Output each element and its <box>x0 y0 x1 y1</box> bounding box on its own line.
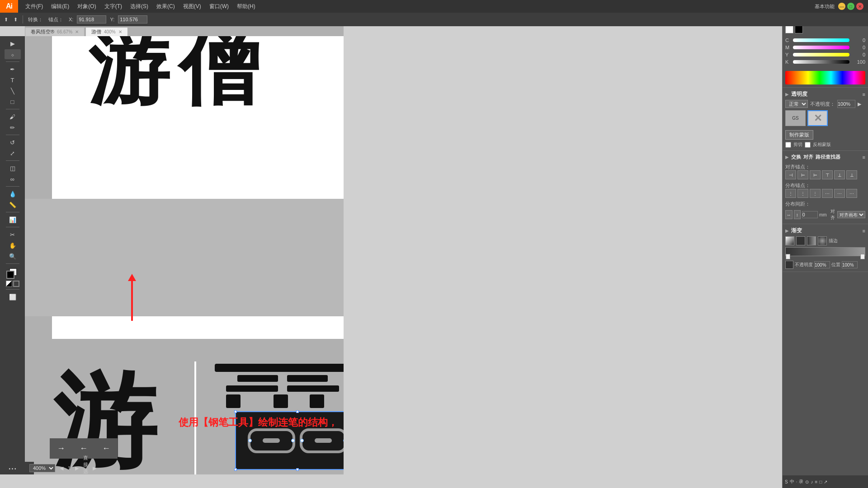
blend-mode-select[interactable]: 正常 <box>785 100 808 108</box>
blend-tool-btn[interactable]: ∞ <box>5 174 21 184</box>
minimize-button[interactable]: — <box>838 3 845 10</box>
k-slider[interactable] <box>793 60 849 64</box>
dist-space-v-btn[interactable]: ↕ <box>794 210 801 219</box>
slice-tool-btn[interactable]: ✂ <box>5 230 21 239</box>
gradient-type-linear[interactable] <box>807 236 816 245</box>
clip-checkbox[interactable] <box>785 142 791 148</box>
menu-file[interactable]: 文件(F) <box>22 2 47 11</box>
c-slider[interactable] <box>793 38 849 42</box>
gradient-location-input[interactable] <box>842 261 858 268</box>
left-arrow-btn-2[interactable]: ← <box>95 438 118 459</box>
y-input[interactable] <box>118 15 147 23</box>
opacity-expand[interactable]: ▶ <box>858 101 861 107</box>
selection-handle-tl[interactable] <box>234 410 237 413</box>
zoom-tool-btn[interactable]: 🔍 <box>5 251 21 261</box>
menu-window[interactable]: 窗口(W) <box>206 2 232 11</box>
rect-tool-btn[interactable]: □ <box>5 97 21 107</box>
status-arrow[interactable]: ▶ <box>93 465 96 471</box>
trans-collapse[interactable]: ▶ <box>785 92 789 97</box>
gradient-bar[interactable] <box>785 247 865 256</box>
tab-close-2[interactable]: ✕ <box>118 29 122 34</box>
page-next-btn[interactable]: ▶ <box>75 465 79 471</box>
tab-close-1[interactable]: ✕ <box>75 29 79 34</box>
trans-options[interactable]: ≡ <box>863 92 865 97</box>
gradient-collapse[interactable]: ▶ <box>785 228 789 233</box>
anchor-right[interactable] <box>291 439 295 442</box>
hand-tool-btn[interactable]: ✋ <box>5 240 21 250</box>
no-fill-btn[interactable] <box>13 281 19 287</box>
line-tool-btn[interactable]: ╲ <box>5 86 21 96</box>
opacity-input[interactable] <box>837 100 855 108</box>
make-mask-btn[interactable]: 制作蒙版 <box>785 130 813 140</box>
dist-space-h-btn[interactable]: ↔ <box>785 210 793 219</box>
tab-fengwukong[interactable]: 卷风悟空® 66.67% ✕ <box>25 27 85 36</box>
gradient-type-radial[interactable] <box>818 236 827 245</box>
tab-youseng[interactable]: 游僧 400% ✕ <box>85 27 128 36</box>
selection-handle-tm[interactable] <box>296 410 299 413</box>
gradient-swatch-1[interactable] <box>785 236 794 245</box>
m-slider[interactable] <box>793 46 849 49</box>
gradient-options[interactable]: ≡ <box>863 228 865 234</box>
selection-tool-btn[interactable]: ▶ <box>5 38 21 48</box>
gradient-stop-right[interactable] <box>860 254 865 259</box>
align-left-btn[interactable]: ⊣ <box>785 170 796 179</box>
zoom-select[interactable]: 400% <box>29 464 55 472</box>
scale-tool-btn[interactable]: ⤢ <box>5 148 21 158</box>
maximize-button[interactable]: □ <box>847 3 854 10</box>
white-swatch[interactable] <box>785 25 793 33</box>
gradient-opacity-input[interactable] <box>814 261 830 268</box>
more-tools-btn[interactable]: • • • <box>9 464 16 472</box>
align-collapse[interactable]: ▶ <box>785 155 789 160</box>
menu-help[interactable]: 帮助(H) <box>233 2 259 11</box>
eyedropper-tool-btn[interactable]: 💧 <box>5 189 21 199</box>
gradient-stop-left[interactable] <box>786 254 790 259</box>
anchor-left[interactable] <box>248 439 252 442</box>
measure-tool-btn[interactable]: 📏 <box>5 200 21 210</box>
pencil-tool-btn[interactable]: ✏ <box>5 122 21 132</box>
y-slider[interactable] <box>793 53 849 56</box>
dist-bottom-btn[interactable]: ⋯ <box>846 189 857 198</box>
menu-effect[interactable]: 效果(C) <box>153 2 179 11</box>
right-arrow-btn[interactable]: → <box>50 438 72 459</box>
rotate-tool-btn[interactable]: ↺ <box>5 137 21 147</box>
menu-view[interactable]: 视图(V) <box>179 2 205 11</box>
gradient-tool-btn[interactable]: ◫ <box>5 163 21 173</box>
selection-handle-bl[interactable] <box>234 468 237 471</box>
color-mode-btn[interactable] <box>6 281 12 287</box>
align-right-btn[interactable]: ⊢ <box>810 170 821 179</box>
align-bottom-btn[interactable]: ⊥ <box>846 170 857 179</box>
gradient-color-stop[interactable] <box>785 261 793 269</box>
type-tool-btn[interactable]: T <box>5 75 21 85</box>
black-swatch[interactable] <box>795 25 803 33</box>
direct-select-tool[interactable]: ⬆ <box>12 16 19 23</box>
gradient-swatch-2[interactable] <box>796 236 805 245</box>
align-to-select[interactable]: 对齐画布 <box>837 211 865 218</box>
dist-right-btn[interactable]: ⋮ <box>810 189 821 198</box>
dist-left-btn[interactable]: ⋮ <box>785 189 796 198</box>
invert-checkbox[interactable] <box>805 142 811 148</box>
dist-center-h-btn[interactable]: ⋮ <box>797 189 808 198</box>
stroke-swatch[interactable] <box>6 271 14 279</box>
paintbrush-tool-btn[interactable]: 🖌 <box>5 112 21 122</box>
align-center-h-btn[interactable]: ⊢ <box>797 170 808 179</box>
anchor-left-2[interactable] <box>300 439 304 442</box>
page-prev-btn[interactable]: ◀ <box>60 465 63 471</box>
align-options[interactable]: ≡ <box>863 155 865 160</box>
anchor-right-2[interactable] <box>343 439 344 442</box>
selection-handle-bm[interactable] <box>296 468 299 471</box>
dist-center-v-btn[interactable]: ⋯ <box>834 189 845 198</box>
menu-edit[interactable]: 编辑(E) <box>47 2 73 11</box>
dist-value-input[interactable] <box>802 211 818 218</box>
dist-top-btn[interactable]: ⋯ <box>822 189 833 198</box>
selection-tool[interactable]: ⬆ <box>2 16 10 23</box>
direct-select-tool-btn[interactable]: ⬦ <box>5 49 21 59</box>
close-button[interactable]: ✕ <box>856 3 863 10</box>
align-center-v-btn[interactable]: ⊥ <box>834 170 845 179</box>
menu-object[interactable]: 对象(O) <box>74 2 99 11</box>
color-spectrum[interactable] <box>785 71 865 84</box>
menu-select[interactable]: 选择(S) <box>127 2 152 11</box>
artboard-tool-btn[interactable]: ⬜ <box>5 292 21 302</box>
align-top-btn[interactable]: ⊤ <box>822 170 833 179</box>
graph-tool-btn[interactable]: 📊 <box>5 215 21 225</box>
x-input[interactable] <box>77 15 106 23</box>
